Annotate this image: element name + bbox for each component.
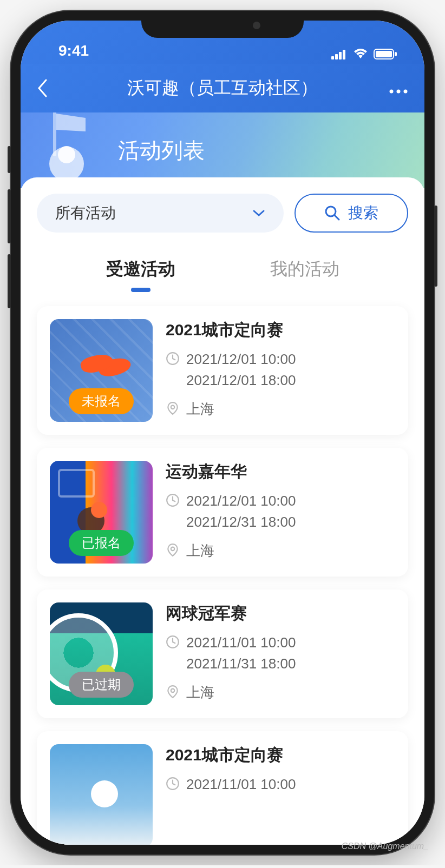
wifi-icon <box>353 49 368 59</box>
event-end: 2021/12/01 18:00 <box>186 370 296 391</box>
location-icon <box>166 685 180 699</box>
location-icon <box>166 401 180 415</box>
svg-rect-10 <box>53 112 56 156</box>
back-button[interactable] <box>37 79 58 97</box>
watermark: CSDN @Augmentum_ <box>342 842 429 851</box>
location-icon <box>166 543 180 557</box>
event-time: 2021/12/01 10:002021/12/01 18:00 <box>166 349 395 391</box>
filter-label: 所有活动 <box>55 203 116 223</box>
status-badge: 已报名 <box>69 530 134 556</box>
event-thumbnail: 未报名 <box>50 319 153 422</box>
tab-invited[interactable]: 受邀活动 <box>106 249 175 290</box>
status-icons <box>331 49 397 59</box>
event-time: 2021/11/01 10:00 <box>166 774 395 795</box>
event-thumbnail <box>50 744 153 845</box>
clock-icon <box>166 493 180 507</box>
svg-line-14 <box>335 215 339 220</box>
event-location-text: 上海 <box>186 682 214 703</box>
event-card[interactable]: 未报名2021城市定向赛2021/12/01 10:002021/12/01 1… <box>37 306 408 435</box>
event-list: 未报名2021城市定向赛2021/12/01 10:002021/12/01 1… <box>37 306 408 845</box>
chevron-left-icon <box>37 79 48 97</box>
event-title: 运动嘉年华 <box>166 461 395 483</box>
event-time: 2021/11/01 10:002021/11/31 18:00 <box>166 632 395 674</box>
battery-icon <box>374 49 397 59</box>
svg-point-8 <box>397 89 401 93</box>
tabs: 受邀活动 我的活动 <box>37 249 408 290</box>
nav-title: 沃可趣（员工互动社区） <box>58 76 387 100</box>
hero-banner: 活动列表 <box>21 112 424 188</box>
event-info: 2021城市定向赛2021/12/01 10:002021/12/01 18:0… <box>166 319 395 422</box>
event-time: 2021/12/01 10:002021/12/31 18:00 <box>166 491 395 533</box>
svg-rect-6 <box>395 52 397 56</box>
chevron-down-icon <box>252 209 265 217</box>
event-info: 网球冠军赛2021/11/01 10:002021/11/31 18:00上海 <box>166 602 395 705</box>
svg-rect-0 <box>331 56 334 59</box>
event-thumbnail: 已过期 <box>50 602 153 705</box>
event-start: 2021/12/01 10:00 <box>186 349 296 370</box>
event-card[interactable]: 2021城市定向赛2021/11/01 10:00 <box>37 731 408 845</box>
event-title: 网球冠军赛 <box>166 602 395 625</box>
event-start: 2021/12/01 10:00 <box>186 491 296 512</box>
signal-icon <box>331 49 348 59</box>
svg-rect-3 <box>343 50 345 59</box>
event-location: 上海 <box>166 682 395 703</box>
event-title: 2021城市定向赛 <box>166 744 395 766</box>
svg-rect-2 <box>339 52 342 59</box>
event-location-text: 上海 <box>186 399 214 420</box>
svg-point-12 <box>58 146 75 163</box>
svg-rect-5 <box>376 51 392 57</box>
content-area: 所有活动 搜索 受邀活动 我的活动 未报名2021城市定向赛2021/12/01… <box>21 177 424 845</box>
clock-icon <box>166 777 180 791</box>
filter-dropdown[interactable]: 所有活动 <box>37 194 284 233</box>
status-time: 9:41 <box>58 42 89 59</box>
event-card[interactable]: 已报名运动嘉年华2021/12/01 10:002021/12/31 18:00… <box>37 448 408 577</box>
event-thumbnail: 已报名 <box>50 461 153 564</box>
more-icon <box>389 89 408 94</box>
event-location-text: 上海 <box>186 540 214 561</box>
event-title: 2021城市定向赛 <box>166 319 395 341</box>
svg-point-9 <box>404 89 408 93</box>
event-end: 2021/12/31 18:00 <box>186 512 296 533</box>
status-badge: 未报名 <box>69 388 134 414</box>
search-button[interactable]: 搜索 <box>295 194 408 233</box>
event-card[interactable]: 已过期网球冠军赛2021/11/01 10:002021/11/31 18:00… <box>37 589 408 718</box>
search-label: 搜索 <box>348 203 378 223</box>
event-start: 2021/11/01 10:00 <box>186 774 296 795</box>
status-badge: 已过期 <box>69 672 134 698</box>
svg-point-20 <box>171 689 175 693</box>
svg-point-7 <box>390 89 394 93</box>
svg-rect-1 <box>335 54 338 59</box>
hero-decoration-icon <box>37 112 113 183</box>
more-button[interactable] <box>387 78 408 98</box>
clock-icon <box>166 352 180 366</box>
event-end: 2021/11/31 18:00 <box>186 653 296 674</box>
svg-point-18 <box>171 547 175 551</box>
svg-point-16 <box>171 406 175 409</box>
event-info: 2021城市定向赛2021/11/01 10:00 <box>166 744 395 845</box>
event-info: 运动嘉年华2021/12/01 10:002021/12/31 18:00上海 <box>166 461 395 564</box>
hero-title: 活动列表 <box>118 136 205 165</box>
tab-mine[interactable]: 我的活动 <box>270 249 339 290</box>
clock-icon <box>166 635 180 649</box>
event-location: 上海 <box>166 540 395 561</box>
search-icon <box>324 205 341 221</box>
event-start: 2021/11/01 10:00 <box>186 632 296 653</box>
nav-bar: 沃可趣（员工互动社区） <box>21 64 424 112</box>
event-location: 上海 <box>166 399 395 420</box>
